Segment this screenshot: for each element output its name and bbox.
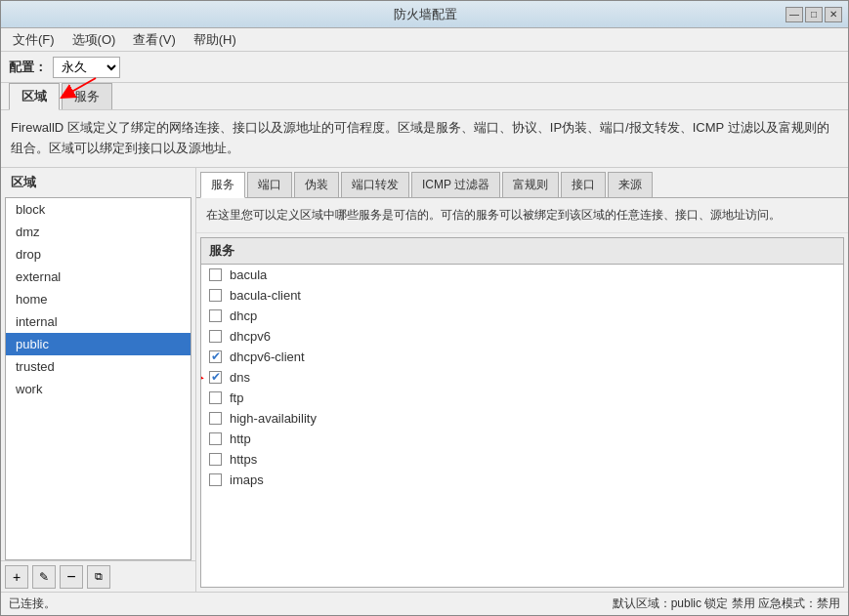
close-button[interactable]: ✕ <box>825 7 842 22</box>
checkmark-icon: ✔ <box>211 370 221 384</box>
zone-item-external[interactable]: external <box>6 266 191 288</box>
menu-view[interactable]: 查看(V) <box>125 29 183 51</box>
service-name-ftp: ftp <box>230 390 243 405</box>
zone-description: FirewallD 区域定义了绑定的网络连接、接口以及源地址的可信程度。区域是服… <box>1 110 848 168</box>
zone-title: 区域 <box>1 168 195 197</box>
service-checkbox-bacula[interactable] <box>209 268 222 281</box>
service-checkbox-bacula-client[interactable] <box>209 289 222 302</box>
service-name-dhcpv6: dhcpv6 <box>230 329 271 344</box>
minimize-button[interactable]: — <box>785 7 803 22</box>
zone-copy-button[interactable]: ⧉ <box>87 565 110 589</box>
service-checkbox-http[interactable] <box>209 432 222 445</box>
tab-interfaces[interactable]: 接口 <box>561 172 606 197</box>
zone-panel: 区域 block dmz drop external home internal… <box>1 168 196 592</box>
service-name-dhcpv6-client: dhcpv6-client <box>230 349 305 364</box>
menu-help[interactable]: 帮助(H) <box>186 29 244 51</box>
status-right: 默认区域：public 锁定 禁用 应急模式：禁用 <box>613 595 840 612</box>
status-bar: 已连接。 默认区域：public 锁定 禁用 应急模式：禁用 <box>1 592 848 615</box>
list-item[interactable]: https <box>201 449 843 470</box>
inner-tabs: 服务 端口 伪装 端口转发 ICMP 过滤器 富规则 接口 来源 <box>196 168 848 198</box>
zone-edit-button[interactable]: ✎ <box>32 565 56 589</box>
menu-file[interactable]: 文件(F) <box>5 29 63 51</box>
list-item[interactable]: bacula-client <box>201 285 843 306</box>
service-name-http: http <box>230 431 251 446</box>
window-title: 防火墙配置 <box>65 6 785 23</box>
zone-item-dmz[interactable]: dmz <box>6 221 191 243</box>
zone-item-home[interactable]: home <box>6 288 191 310</box>
list-item[interactable]: dhcpv6 <box>201 326 843 347</box>
window-controls: — □ ✕ <box>785 7 842 22</box>
red-arrow-annotation <box>52 73 101 103</box>
zone-item-work[interactable]: work <box>6 378 191 400</box>
toolbar: 配置： 永久 运行时 <box>1 52 848 83</box>
red-arrow-dns-annotation <box>201 357 211 387</box>
zone-toolbar: + ✎ − ⧉ <box>1 560 195 592</box>
service-checkbox-https[interactable] <box>209 453 222 466</box>
checkmark-icon: ✔ <box>211 349 221 363</box>
service-checkbox-ftp[interactable] <box>209 391 222 404</box>
service-list-container: 服务 bacula bacula-client dhcp <box>200 237 844 588</box>
zone-item-block[interactable]: block <box>6 198 191 221</box>
zone-add-button[interactable]: + <box>5 565 28 589</box>
title-bar: 防火墙配置 — □ ✕ <box>1 1 848 28</box>
service-name-high-availability: high-availability <box>230 411 317 426</box>
service-checkbox-imaps[interactable] <box>209 473 222 486</box>
service-name-imaps: imaps <box>230 472 264 487</box>
maximize-button[interactable]: □ <box>805 7 823 22</box>
right-panel: 服务 端口 伪装 端口转发 ICMP 过滤器 富规则 接口 来源 在这里您可以定… <box>196 168 848 592</box>
service-list[interactable]: bacula bacula-client dhcp dhcpv6 <box>201 265 843 587</box>
service-name-bacula-client: bacula-client <box>230 288 301 303</box>
menu-bar: 文件(F) 选项(O) 查看(V) 帮助(H) <box>1 28 848 52</box>
tab-port-forward[interactable]: 端口转发 <box>341 172 409 197</box>
zone-item-public[interactable]: public <box>6 333 191 355</box>
tab-icmp[interactable]: ICMP 过滤器 <box>411 172 500 197</box>
service-name-dhcp: dhcp <box>230 308 257 323</box>
svg-line-1 <box>66 78 96 95</box>
list-item[interactable]: ✔ dhcpv6-client <box>201 347 843 367</box>
zone-item-trusted[interactable]: trusted <box>6 355 191 378</box>
outer-tabs: 区域 服务 <box>1 83 848 110</box>
main-window: 防火墙配置 — □ ✕ 文件(F) 选项(O) 查看(V) 帮助(H) 配置： … <box>0 0 849 616</box>
list-item[interactable]: ✔ dns <box>201 367 843 388</box>
tab-ports[interactable]: 端口 <box>247 172 292 197</box>
zone-remove-button[interactable]: − <box>60 565 83 589</box>
tab-masquerade[interactable]: 伪装 <box>294 172 339 197</box>
list-item[interactable]: http <box>201 429 843 449</box>
list-item[interactable]: bacula <box>201 265 843 285</box>
service-checkbox-dhcpv6[interactable] <box>209 330 222 343</box>
list-item[interactable]: imaps <box>201 470 843 490</box>
service-name-https: https <box>230 452 257 467</box>
menu-options[interactable]: 选项(O) <box>64 29 124 51</box>
service-list-header: 服务 <box>201 238 843 265</box>
list-item[interactable]: ftp <box>201 388 843 408</box>
service-checkbox-dhcp[interactable] <box>209 309 222 322</box>
status-connected: 已连接。 <box>9 595 56 612</box>
tab-rich-rules[interactable]: 富规则 <box>502 172 559 197</box>
main-content: 区域 block dmz drop external home internal… <box>1 168 848 592</box>
service-name-bacula: bacula <box>230 267 267 282</box>
service-checkbox-high-availability[interactable] <box>209 412 222 425</box>
zone-list: block dmz drop external home internal pu… <box>5 197 191 560</box>
list-item[interactable]: dhcp <box>201 306 843 326</box>
tab-sources[interactable]: 来源 <box>608 172 653 197</box>
service-name-dns: dns <box>230 370 250 385</box>
zone-item-internal[interactable]: internal <box>6 310 191 333</box>
zone-item-drop[interactable]: drop <box>6 243 191 266</box>
service-description: 在这里您可以定义区域中哪些服务是可信的。可信的服务可以被绑定到该区域的任意连接、… <box>196 198 848 233</box>
tab-services[interactable]: 服务 <box>200 172 245 198</box>
config-label: 配置： <box>9 59 47 76</box>
list-item[interactable]: high-availability <box>201 408 843 429</box>
